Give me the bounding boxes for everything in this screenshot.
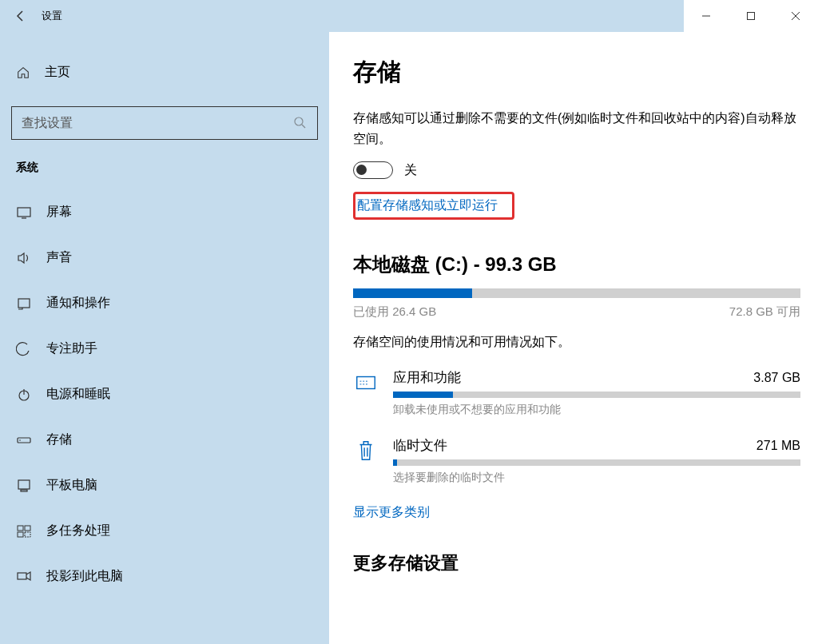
search-box[interactable] [11, 106, 318, 140]
category-size: 271 MB [756, 439, 800, 453]
project-icon [16, 569, 32, 585]
show-more-link[interactable]: 显示更多类别 [353, 504, 430, 521]
nav-label: 存储 [46, 431, 72, 448]
svg-rect-17 [18, 532, 23, 537]
trash-icon [353, 438, 379, 463]
nav-item-power[interactable]: 电源和睡眠 [0, 372, 329, 417]
category-bar [393, 392, 800, 398]
highlight-annotation: 配置存储感知或立即运行 [353, 192, 514, 220]
sidebar: 主页 系统 屏幕 声音 通知和操作 专注助手 [0, 32, 329, 644]
disk-heading: 本地磁盘 (C:) - 99.3 GB [353, 252, 810, 277]
home-nav[interactable]: 主页 [0, 56, 329, 89]
section-label: 系统 [0, 161, 329, 189]
nav-item-sound[interactable]: 声音 [0, 235, 329, 280]
svg-rect-1 [748, 13, 755, 20]
search-icon [293, 116, 308, 130]
nav-item-display[interactable]: 屏幕 [0, 189, 329, 235]
minimize-button[interactable] [684, 0, 729, 32]
svg-rect-16 [25, 526, 30, 531]
category-name: 应用和功能 [393, 368, 461, 387]
nav-item-notifications[interactable]: 通知和操作 [0, 280, 329, 326]
page-title: 存储 [353, 56, 810, 89]
more-storage-heading: 更多存储设置 [353, 551, 810, 575]
svg-rect-15 [18, 526, 23, 531]
svg-rect-8 [18, 299, 30, 308]
category-apps[interactable]: 应用和功能 3.87 GB 卸载未使用或不想要的应用和功能 [353, 368, 800, 417]
nav-label: 专注助手 [46, 340, 97, 357]
svg-line-5 [302, 125, 305, 128]
nav-item-focus[interactable]: 专注助手 [0, 326, 329, 372]
nav-label: 平板电脑 [46, 477, 97, 494]
nav-label: 通知和操作 [46, 295, 110, 312]
category-hint: 选择要删除的临时文件 [393, 471, 800, 485]
nav-label: 电源和睡眠 [46, 386, 110, 403]
svg-rect-20 [357, 377, 375, 389]
focus-icon [16, 341, 32, 357]
search-input[interactable] [22, 116, 293, 130]
configure-storage-sense-link[interactable]: 配置存储感知或立即运行 [357, 198, 498, 212]
toggle-state-label: 关 [404, 162, 417, 179]
nav-item-storage[interactable]: 存储 [0, 417, 329, 463]
nav-label: 屏幕 [46, 204, 72, 221]
titlebar: 设置 [0, 0, 818, 32]
category-size: 3.87 GB [753, 371, 800, 385]
category-hint: 卸载未使用或不想要的应用和功能 [393, 403, 800, 417]
disk-free-label: 72.8 GB 可用 [729, 304, 800, 320]
svg-point-12 [19, 439, 21, 441]
sound-icon [16, 250, 32, 266]
nav-label: 投影到此电脑 [46, 568, 123, 585]
nav-label: 声音 [46, 249, 72, 266]
svg-rect-13 [18, 480, 30, 489]
notifications-icon [16, 296, 32, 312]
power-icon [16, 387, 32, 403]
svg-rect-6 [18, 208, 30, 217]
multitask-icon [16, 523, 32, 539]
nav-item-tablet[interactable]: 平板电脑 [0, 463, 329, 508]
category-temp[interactable]: 临时文件 271 MB 选择要删除的临时文件 [353, 436, 800, 485]
nav-item-project[interactable]: 投影到此电脑 [0, 554, 329, 599]
nav-label: 多任务处理 [46, 523, 110, 539]
home-label: 主页 [45, 64, 70, 81]
back-button[interactable] [14, 10, 27, 22]
svg-rect-14 [21, 490, 27, 491]
nav-item-multitask[interactable]: 多任务处理 [0, 508, 329, 554]
category-bar [393, 459, 800, 466]
storage-sense-toggle[interactable] [353, 161, 393, 179]
category-name: 临时文件 [393, 436, 447, 455]
disk-description: 存储空间的使用情况和可用情况如下。 [353, 334, 810, 351]
disk-used-label: 已使用 26.4 GB [353, 304, 436, 320]
svg-point-4 [295, 117, 303, 125]
svg-rect-19 [18, 573, 26, 579]
window-title: 设置 [42, 9, 62, 23]
maximize-button[interactable] [729, 0, 773, 32]
apps-icon [353, 370, 379, 396]
svg-rect-18 [25, 532, 30, 537]
nav-list: 屏幕 声音 通知和操作 专注助手 电源和睡眠 存储 [0, 189, 329, 599]
display-icon [16, 205, 32, 221]
storage-icon [16, 432, 32, 448]
disk-usage-bar [353, 288, 800, 298]
home-icon [16, 66, 30, 80]
close-button[interactable] [773, 0, 818, 32]
storage-sense-description: 存储感知可以通过删除不需要的文件(例如临时文件和回收站中的内容)自动释放空间。 [353, 108, 800, 149]
tablet-icon [16, 478, 32, 494]
main-content: 存储 存储感知可以通过删除不需要的文件(例如临时文件和回收站中的内容)自动释放空… [329, 32, 818, 644]
